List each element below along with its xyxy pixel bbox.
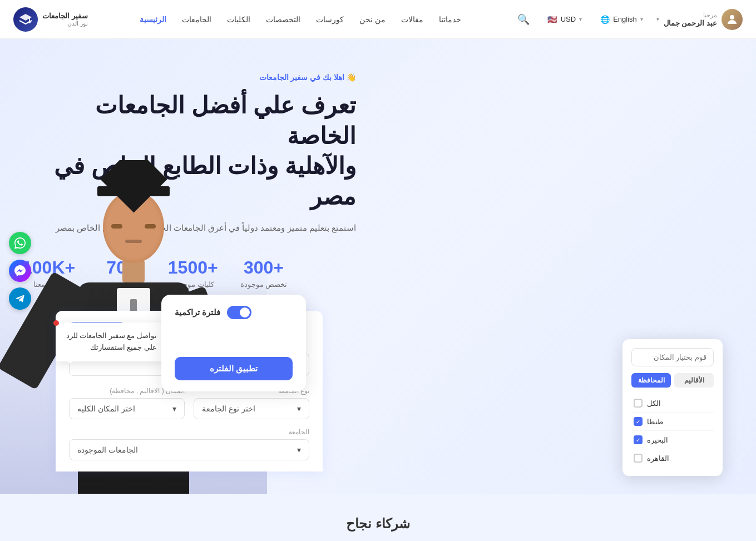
user-greeting[interactable]: مرحبا عبد الرحمن جمال ▾ [656,9,743,30]
list-item-all[interactable]: الكل [631,394,714,413]
mouth [125,240,142,243]
nav-link-articles[interactable]: مقالات [401,15,423,24]
checkbox-cairo[interactable] [634,454,643,463]
svg-point-0 [730,15,734,19]
user-icon [725,13,739,26]
navbar-brand: سفير الجامعات نور الدن [13,7,88,32]
nav-link-services[interactable]: خدماتنا [439,15,461,24]
list-item-beheira[interactable]: البحيره ✓ [631,431,714,449]
chevron-down-icon-loc: ▾ [172,404,176,413]
currency-arrow: ▾ [579,16,582,22]
filter-university: الجامعة ▾ الجامعات الموجودة [69,428,309,460]
filter-university-label: الجامعة [69,428,309,436]
nav-link-colleges[interactable]: الكليات [227,15,250,24]
list-item-tanta[interactable]: طنطا ✓ [631,413,714,431]
filter-panel-spacer [175,330,293,353]
location-popup: الأقاليم المحافظة الكل طنطا ✓ البحيره ✓ … [622,339,723,476]
hero-section: تواصل مع سفير الجامعات للرد علي جميع است… [0,39,756,494]
filter-type-placeholder: اختر نوع الجامعة [202,404,255,413]
toggle-cumulative[interactable] [227,306,251,319]
search-icon: 🔍 [517,14,530,25]
filter-location-placeholder: اختر المكان الكليه [77,404,135,413]
chat-bubble-text: تواصل مع سفير الجامعات للرد علي جميع است… [66,331,157,351]
brand-logo-icon [13,7,38,32]
filter-panel-title: فلترة تراكمية [175,307,220,317]
filter-panel: فلترة تراكمية تطبيق الفلتره [161,295,306,391]
user-name: عبد الرحمن جمال [664,19,717,27]
currency-flag: 🇺🇸 [547,14,557,24]
brand-name-block: سفير الجامعات نور الدن [42,12,88,27]
checkbox-beheira[interactable]: ✓ [634,435,643,444]
notification-dot [53,320,59,326]
telegram-icon[interactable] [9,287,31,310]
checkbox-tanta[interactable]: ✓ [634,417,643,426]
hero-badge: 👋 اهلا بك في سفير الجامعات [259,73,356,82]
language-flag: 🌐 [600,14,610,24]
label-all: الكل [647,399,661,408]
filter-panel-header: فلترة تراكمية [175,306,293,319]
popup-tab-regions[interactable]: الأقاليم [674,373,714,388]
avatar [722,9,743,30]
filter-university-placeholder: الجامعات الموجودة [77,445,138,454]
nav-link-specializations[interactable]: التخصصات [266,15,300,24]
popup-list: الكل طنطا ✓ البحيره ✓ القاهره [631,394,714,467]
label-tanta: طنطا [647,418,663,426]
telegram-svg [14,293,26,304]
graduation-cap [97,186,170,196]
user-greeting-text: مرحبا [664,12,717,19]
language-label: English [613,15,637,23]
language-selector[interactable]: ▾ English 🌐 [595,12,648,27]
social-icons [9,232,31,310]
left-eye-area [111,224,122,229]
location-popup-search[interactable] [631,348,714,366]
whatsapp-icon[interactable] [9,232,31,254]
chevron-down-icon: ▾ [297,404,301,413]
filter-type-select[interactable]: ▾ اختر نوع الجامعة [194,398,309,419]
navbar: مرحبا عبد الرحمن جمال ▾ ▾ English 🌐 ▾ US… [0,0,756,39]
navbar-left: مرحبا عبد الرحمن جمال ▾ ▾ English 🌐 ▾ US… [513,9,743,30]
popup-tabs: الأقاليم المحافظة [631,373,714,388]
neck [122,260,145,282]
messenger-svg [14,265,26,276]
popup-tab-governorate[interactable]: المحافظة [631,373,671,388]
chat-bubble: تواصل مع سفير الجامعات للرد علي جميع است… [56,322,167,361]
filter-row: نوع الجامعة ▾ اختر نوع الجامعة المكان ( … [69,387,309,460]
right-eye-area [145,224,156,229]
nav-link-home[interactable]: الرئيسية [140,15,166,24]
filter-university-select[interactable]: ▾ الجامعات الموجودة [69,439,309,460]
brand-subtitle: نور الدن [42,20,88,27]
lang-arrow: ▾ [640,16,643,22]
user-dropdown-arrow: ▾ [656,16,659,22]
partners-section: شركاء نجاح NOUR ELDIN For Universities [0,494,756,541]
partners-title: شركاء نجاح [33,516,723,532]
nav-link-courses[interactable]: كورسات [316,15,344,24]
label-beheira: البحيره [647,436,668,444]
user-name-block: مرحبا عبد الرحمن جمال [664,12,717,27]
navbar-links: خدماتنا مقالات من نحن كورسات التخصصات ال… [140,15,461,24]
hero-title-line1: تعرف علي أفضل الجامعات الخاصة [95,92,356,149]
filter-location: المكان ( الاقاليم , محافظة) ▾ اختر المكا… [69,387,185,419]
currency-selector[interactable]: ▾ USD 🇺🇸 [543,12,586,27]
nav-link-about[interactable]: من نحن [359,15,386,24]
currency-label: USD [561,15,576,23]
label-cairo: القاهره [647,454,669,463]
logo-svg [18,12,33,27]
search-button[interactable]: 🔍 [513,11,534,28]
list-item-cairo[interactable]: القاهره [631,449,714,467]
whatsapp-svg [14,237,26,249]
svg-point-1 [28,21,31,23]
filter-location-select[interactable]: ▾ اختر المكان الكليه [69,398,185,419]
chevron-down-icon-uni: ▾ [297,445,301,454]
brand-title: سفير الجامعات [42,12,88,20]
filter-type: نوع الجامعة ▾ اختر نوع الجامعة [194,387,309,419]
apply-filter-button[interactable]: تطبيق الفلتره [175,357,293,380]
messenger-icon[interactable] [9,260,31,282]
nav-link-universities[interactable]: الجامعات [182,15,211,24]
checkbox-all[interactable] [634,399,643,408]
